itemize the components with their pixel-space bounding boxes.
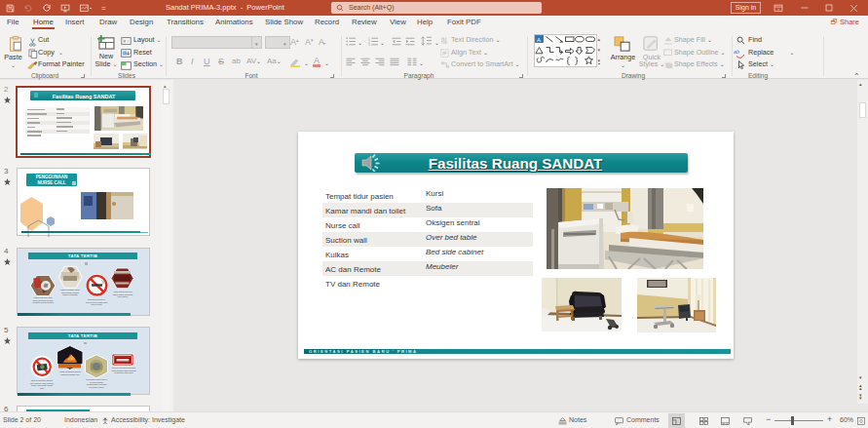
svg-text:A: A: [537, 37, 541, 43]
svg-text:ab: ab: [734, 49, 739, 55]
svg-text:3: 3: [368, 43, 370, 46]
